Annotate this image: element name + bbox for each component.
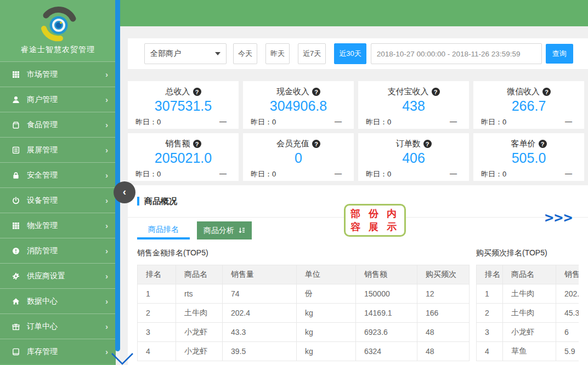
stat-trend: — [335, 117, 342, 127]
table-header-row: 排名 商品名 销售量 [477, 265, 579, 284]
topbar [116, 0, 588, 26]
stat-yesterday: 昨日：0 [366, 169, 391, 179]
today-button[interactable]: 今天 [233, 43, 257, 64]
table-header-row: 排名 商品名 销售量 单位 销售额 购买频次 [138, 265, 470, 284]
table-cell: 74 [223, 284, 297, 304]
help-icon[interactable] [432, 88, 440, 96]
table-cell: 4 [477, 342, 503, 361]
sidebar-item-label: 供应商设置 [27, 271, 105, 281]
table-cell: 草鱼 [503, 342, 556, 361]
sidebar-item-label: 订单中心 [27, 322, 105, 332]
power-icon [12, 197, 20, 204]
merchant-select[interactable]: 全部商户 [144, 43, 227, 64]
help-icon[interactable] [312, 88, 320, 96]
sidebar-scrollbar[interactable] [115, 0, 120, 351]
tab-goods-rank[interactable]: 商品排名 [137, 221, 190, 239]
chevron-right-icon [105, 221, 108, 230]
sidebar-item-security[interactable]: 安全管理 [0, 162, 116, 187]
sales-rank-title: 销售金额排名(TOP5) [137, 248, 469, 258]
stats-grid: 总收入 307531.5 昨日：0— 现金收入 304906.8 昨日：0— 支… [128, 69, 588, 185]
annotation-note-line1: 部 份 内 [350, 207, 399, 220]
table-cell: 45.3 [556, 304, 579, 323]
help-icon[interactable] [542, 88, 551, 96]
sidebar: 睿途士智慧农贸管理 市场管理 商户管理 食品管理 展屏管理 安全管理 [0, 0, 116, 365]
table-cell: 土牛肉 [176, 304, 223, 323]
sidebar-item-market[interactable]: 市场管理 [0, 61, 116, 87]
stat-value: 304906.8 [251, 98, 346, 114]
column-header: 购买频次 [417, 265, 470, 284]
table-cell: 3 [138, 323, 176, 342]
column-header: 排名 [477, 265, 503, 284]
stat-value: 266.7 [481, 98, 576, 114]
table-cell: 小龙虾 [176, 323, 223, 342]
sidebar-item-device[interactable]: 设备管理 [0, 187, 116, 213]
merchant-select-value: 全部商户 [150, 49, 215, 59]
table-cell: kg [297, 304, 356, 323]
stat-trend: — [565, 117, 572, 127]
stat-trend: — [450, 169, 457, 179]
table-cell: 48 [417, 342, 470, 361]
column-header: 商品名 [176, 265, 223, 284]
stat-label: 客单价 [511, 139, 536, 149]
sidebar-menu: 市场管理 商户管理 食品管理 展屏管理 安全管理 设备管理 [0, 61, 116, 364]
stat-value: 438 [366, 98, 461, 114]
last7days-button[interactable]: 近7天 [298, 43, 326, 64]
tab-label: 商品分析 [203, 226, 234, 236]
help-icon[interactable] [423, 140, 432, 148]
sidebar-item-datacenter[interactable]: 数据中心 [0, 288, 116, 313]
stat-trend: — [219, 169, 227, 179]
sidebar-item-fire[interactable]: 消防管理 [0, 238, 116, 263]
stat-trend: — [565, 169, 572, 179]
table-cell: 4 [138, 342, 176, 361]
table-row: 4 小龙虾 39.5 kg 6324 48 [138, 342, 470, 361]
sidebar-collapse-button[interactable] [114, 181, 135, 203]
chevron-right-icon [105, 296, 108, 306]
table-cell: 份 [297, 284, 356, 304]
yesterday-button[interactable]: 昨天 [265, 43, 290, 64]
annotation-arrows: >>> [545, 209, 573, 226]
table-cell: 2 [138, 304, 176, 323]
help-icon[interactable] [193, 140, 201, 148]
column-header: 排名 [138, 265, 176, 284]
table-row: 3 小龙虾 43.3 kg 6923.6 48 [138, 323, 470, 342]
last30days-button[interactable]: 近30天 [334, 43, 366, 64]
sidebar-item-screen[interactable]: 展屏管理 [0, 137, 116, 162]
chevron-right-icon [105, 271, 108, 281]
table-cell: rts [176, 284, 223, 304]
stat-yesterday: 昨日：0 [251, 117, 276, 127]
sidebar-item-label: 安全管理 [27, 170, 105, 180]
stat-value: 307531.5 [135, 98, 231, 114]
stat-label: 订单数 [396, 139, 421, 149]
table-cell: 3 [477, 323, 503, 342]
sidebar-item-supplier[interactable]: 供应商设置 [0, 263, 116, 288]
chevron-right-icon [105, 246, 108, 255]
chevron-right-icon [105, 145, 108, 155]
stat-value: 406 [366, 150, 461, 166]
date-range-input[interactable] [371, 43, 542, 64]
help-icon[interactable] [539, 140, 547, 148]
stat-yesterday: 昨日：0 [251, 169, 276, 179]
sort-icon [238, 227, 245, 234]
column-header: 销售额 [356, 265, 417, 284]
table-cell: 166 [417, 304, 470, 323]
sidebar-item-merchant[interactable]: 商户管理 [0, 87, 116, 112]
help-icon[interactable] [193, 88, 201, 96]
stat-yesterday: 昨日：0 [481, 169, 506, 179]
query-button[interactable]: 查询 [546, 44, 573, 64]
sidebar-item-inventory[interactable]: 库存管理 [0, 339, 116, 364]
help-icon[interactable] [312, 140, 320, 148]
sidebar-item-ordercenter[interactable]: 订单中心 [0, 313, 116, 339]
table-cell: 1 [138, 284, 176, 304]
sidebar-item-food[interactable]: 食品管理 [0, 112, 116, 137]
app-logo-icon [39, 4, 77, 43]
stat-label: 总收入 [166, 87, 190, 97]
brand: 睿途士智慧农贸管理 [0, 0, 116, 61]
stat-value: 505.0 [481, 150, 576, 166]
stat-trend: — [219, 117, 227, 127]
purchase-frequency-rank-table: 排名 商品名 销售量 1 土牛肉 202.4 [476, 265, 579, 361]
grid-icon [12, 71, 20, 78]
sidebar-item-label: 消防管理 [27, 246, 105, 256]
sidebar-item-property[interactable]: 物业管理 [0, 213, 116, 238]
tab-goods-analysis[interactable]: 商品分析 [197, 221, 252, 239]
stat-card-member-recharge: 会员充值 0 昨日：0— [243, 133, 354, 181]
